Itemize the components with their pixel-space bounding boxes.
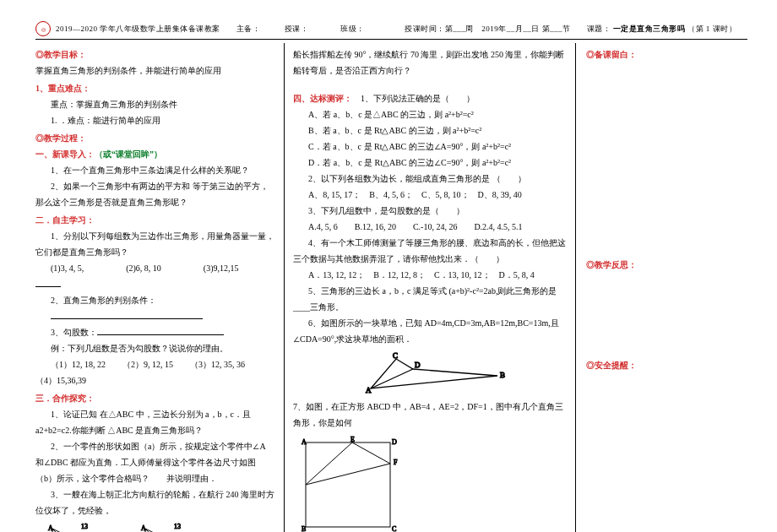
svg-text:A: A: [141, 524, 146, 532]
q7: 7、如图，在正方形 ABCD 中，AB=4，AE=2，DF=1，图中有几个直角三…: [293, 399, 567, 431]
figure-triangles-icon: A C 13 A 3 D C 13 5 12: [35, 522, 275, 532]
note-reflect: ◎教学反思：: [586, 257, 738, 273]
q5: 5、三角形的三边长 a，b，c 满足等式 (a+b)²-c²=2ab,则此三角形…: [293, 283, 567, 315]
test-title: 四、达标测评：: [293, 94, 352, 103]
svg-text:13: 13: [174, 523, 181, 530]
figure-square-icon: A E D F B C: [293, 434, 567, 532]
keypoint-title: 1、重点难点：: [35, 80, 275, 96]
column-right: ◎备课留白： ◎教学反思： ◎安全提醒：: [576, 43, 745, 532]
process-title: ◎教学过程：: [35, 130, 275, 146]
svg-text:D: D: [392, 438, 397, 446]
example-intro: 例：下列几组数是否为勾股数？说说你的理由。: [35, 340, 275, 356]
lead-q1: 1、在一个直角三角形中三条边满足什么样的关系呢？: [35, 162, 275, 178]
column-middle: 船长指挥船左传 90°，继续航行 70 海里，则距出发地 250 海里，你能判断…: [285, 43, 576, 532]
svg-text:A: A: [366, 386, 372, 394]
svg-text:C: C: [393, 351, 398, 360]
note-safety: ◎安全提醒：: [586, 357, 738, 373]
svg-rect-16: [306, 442, 390, 527]
q4-opts: A．13, 12, 12； B．12, 12, 8； C．13, 10, 12；…: [293, 267, 567, 283]
q3: 3、下列几组数中，是勾股数的是（ ）: [293, 203, 567, 219]
lesson-topic: 一定是直角三角形吗: [613, 24, 686, 33]
q1-c: C．若 a、b、c 是 Rt△ABC 的三边∠A=90°，则 a²+b²=c²: [293, 138, 567, 155]
q1-b: B、若 a、b、c 是 Rt△ABC 的三边，则 a²+b²=c²: [293, 122, 567, 138]
q6: 6、如图所示的一块草地，已知 AD=4m,CD=3m,AB=12m,BC=13m…: [293, 315, 567, 347]
self-q1-opts: (1)3, 4, 5, (2)6, 8, 10 (3)9,12,15: [35, 260, 275, 292]
coop-q2: 2、一个零件的形状如图（a）所示，按规定这个零件中∠A 和∠DBC 都应为直角．…: [35, 438, 275, 486]
svg-text:B: B: [500, 371, 505, 379]
keypoint-2: 1. ．难点：能进行简单的应用: [35, 112, 275, 128]
svg-text:A: A: [48, 524, 53, 532]
svg-text:E: E: [350, 436, 355, 443]
q4: 4、有一个木工师傅测量了等腰三角形的腰、底边和高的长，但他把这三个数据与其他数据…: [293, 235, 567, 267]
q1-d: D．若 a、b、c 是 Rt△ABC 的三边∠C=90°，则 a²+b²=c²: [293, 155, 567, 171]
self-q2-blank: [35, 308, 275, 324]
svg-line-11: [371, 369, 413, 388]
header-line: 2019—2020 学年八年级数学上册集体备课教案 主备： 授课： 班级： 授课…: [56, 24, 736, 35]
svg-text:B: B: [302, 525, 306, 532]
coop-q3: 3、一艘在海上朝正北方向航行的轮船，在航行 240 海里时方位仪坏了，凭经验，: [35, 486, 275, 518]
self-q3: 3、勾股数：: [35, 324, 275, 340]
teaching-goal-title: ◎教学目标：: [35, 46, 275, 62]
q2-opts: A、8, 15, 17； B、4, 5, 6； C、5, 8, 10； D、8,…: [293, 187, 567, 203]
q3-opts: A.4, 5, 6 B.12, 16, 20 C.-10, 24, 26 D.2…: [293, 219, 567, 235]
svg-text:C: C: [392, 525, 396, 532]
example-opts: （1）12, 18, 22 （2）9, 12, 15 （3）12, 35, 36…: [35, 356, 275, 388]
self-q2: 2、直角三角形的判别条件：: [35, 292, 275, 308]
teaching-goal: 掌握直角三角形的判别条件，并能进行简单的应用: [35, 62, 275, 79]
self-study-title: 二．自主学习：: [35, 212, 275, 228]
self-q1: 1、分别以下列每组数为三边作出三角形，用量角器量一量，它们都是直角三角形吗？: [35, 228, 275, 260]
lead-in-title: 一、新课导入：（或“课堂回眸”）: [35, 146, 275, 162]
coop-q1: 1、论证已知 在△ABC 中，三边长分别为 a，b，c．且 a2+b2=c2.你…: [35, 406, 275, 438]
coop-title: 三．合作探究：: [35, 390, 275, 406]
svg-text:F: F: [394, 459, 398, 466]
svg-text:D: D: [415, 361, 421, 369]
school-logo-icon: ◎: [35, 21, 51, 36]
lead-q2: 2、如果一个三角形中有两边的平方和 等于第三边的平方，那么这个三角形是否就是直角…: [35, 178, 275, 210]
figure-grass-icon: C D B A: [293, 350, 567, 399]
keypoint-1: 重点：掌握直角三角形的判别条件: [35, 96, 275, 112]
q1-a: A、若 a、b、c 是△ABC 的三边，则 a²+b²=c²: [293, 106, 567, 122]
svg-text:A: A: [302, 438, 307, 446]
coop-q3-cont: 船长指挥船左传 90°，继续航行 70 海里，则距出发地 250 海里，你能判断…: [293, 46, 567, 79]
note-prepare: ◎备课留白：: [586, 46, 738, 62]
column-left: ◎教学目标： 掌握直角三角形的判别条件，并能进行简单的应用 1、重点难点： 重点…: [35, 43, 285, 532]
header-bar: ◎ 2019—2020 学年八年级数学上册集体备课教案 主备： 授课： 班级： …: [35, 21, 747, 40]
content-columns: ◎教学目标： 掌握直角三角形的判别条件，并能进行简单的应用 1、重点难点： 重点…: [35, 43, 747, 532]
test-line: 四、达标测评： 1、下列说法正确的是（ ）: [293, 90, 567, 106]
svg-text:13: 13: [81, 523, 88, 530]
svg-marker-10: [371, 359, 497, 388]
q2: 2、以下列各组数为边长，能组成直角三角形的是 （ ）: [293, 171, 567, 187]
